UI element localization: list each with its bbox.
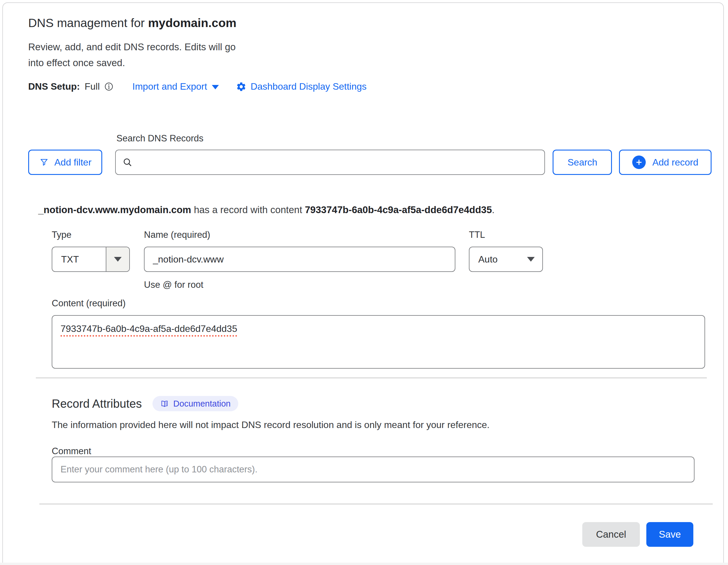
- dns-setup-row: DNS Setup: Full Import and Export: [28, 81, 723, 92]
- content-value: 7933747b-6a0b-4c9a-af5a-dde6d7e4dd35: [61, 324, 237, 334]
- search-row: Add filter Search DNS Records Search: [3, 133, 723, 175]
- content-label: Content (required): [52, 298, 723, 309]
- ttl-field: TTL Auto: [469, 229, 543, 290]
- type-select[interactable]: TXT: [52, 246, 130, 272]
- notice-record-name: _notion-dcv.www.mydomain.com: [38, 204, 191, 215]
- filter-icon: [39, 157, 49, 167]
- dashboard-display-settings-link[interactable]: Dashboard Display Settings: [236, 81, 367, 92]
- book-icon: [160, 399, 169, 408]
- search-records-label: Search DNS Records: [116, 133, 545, 144]
- comment-input[interactable]: [52, 457, 695, 482]
- ttl-select[interactable]: Auto: [469, 246, 543, 272]
- page-title: DNS management for mydomain.com: [28, 16, 723, 30]
- record-form-row: Type TXT Name (required) Use @ for root …: [52, 229, 723, 290]
- ttl-value: Auto: [469, 254, 527, 265]
- comment-label: Comment: [52, 446, 723, 457]
- footer-actions: Cancel Save: [3, 522, 723, 547]
- comment-field: [52, 457, 723, 482]
- add-record-button[interactable]: Add record: [619, 150, 712, 175]
- search-input-box: [115, 150, 545, 175]
- ttl-label: TTL: [469, 229, 543, 240]
- search-input[interactable]: [137, 157, 538, 168]
- subtitle: Review, add, and edit DNS records. Edits…: [28, 39, 723, 71]
- type-value: TXT: [52, 247, 106, 271]
- content-textarea[interactable]: 7933747b-6a0b-4c9a-af5a-dde6d7e4dd35: [52, 315, 705, 369]
- domain-name: mydomain.com: [148, 16, 236, 30]
- notice-text: has a record with content: [191, 204, 305, 215]
- name-field: Name (required) Use @ for root: [144, 229, 455, 290]
- search-column: Search DNS Records: [115, 133, 545, 175]
- search-button[interactable]: Search: [553, 150, 612, 175]
- name-label: Name (required): [144, 229, 455, 240]
- chevron-down-icon: [527, 257, 535, 261]
- content-field: Content (required) 7933747b-6a0b-4c9a-af…: [52, 298, 723, 369]
- type-label: Type: [52, 229, 130, 240]
- type-field: Type TXT: [52, 229, 130, 290]
- dns-management-card: DNS management for mydomain.com Review, …: [2, 2, 724, 565]
- save-button[interactable]: Save: [646, 522, 693, 547]
- import-export-link[interactable]: Import and Export: [132, 81, 219, 92]
- gear-icon: [236, 81, 246, 92]
- cancel-button[interactable]: Cancel: [582, 522, 640, 547]
- attributes-description: The information provided here will not i…: [52, 420, 723, 430]
- add-filter-button[interactable]: Add filter: [28, 150, 102, 175]
- plus-icon: [632, 155, 646, 169]
- footer-divider: [39, 504, 713, 504]
- record-notice: _notion-dcv.www.mydomain.com has a recor…: [38, 204, 723, 215]
- name-helper-text: Use @ for root: [144, 279, 455, 290]
- header: DNS management for mydomain.com Review, …: [3, 3, 723, 92]
- search-icon: [122, 157, 133, 167]
- info-icon[interactable]: [104, 82, 114, 91]
- record-attributes-heading: Record Attributes: [52, 397, 142, 410]
- record-attributes-heading-row: Record Attributes Documentation: [52, 396, 723, 411]
- add-record-label: Add record: [652, 157, 698, 168]
- add-filter-label: Add filter: [54, 157, 91, 168]
- notice-record-content: 7933747b-6a0b-4c9a-af5a-dde6d7e4dd35: [305, 204, 492, 215]
- type-select-arrow-box[interactable]: [106, 247, 129, 271]
- dns-setup-label: DNS Setup:: [28, 81, 80, 92]
- caret-down-icon: [212, 85, 219, 89]
- name-input[interactable]: [144, 246, 455, 272]
- dns-setup-value: Full: [85, 81, 100, 92]
- documentation-badge[interactable]: Documentation: [152, 396, 238, 411]
- record-attributes-section: Record Attributes Documentation The info…: [52, 396, 723, 482]
- bottom-strip: [0, 563, 728, 565]
- chevron-down-icon: [114, 257, 122, 261]
- documentation-label: Documentation: [173, 399, 231, 409]
- section-divider: [36, 378, 707, 378]
